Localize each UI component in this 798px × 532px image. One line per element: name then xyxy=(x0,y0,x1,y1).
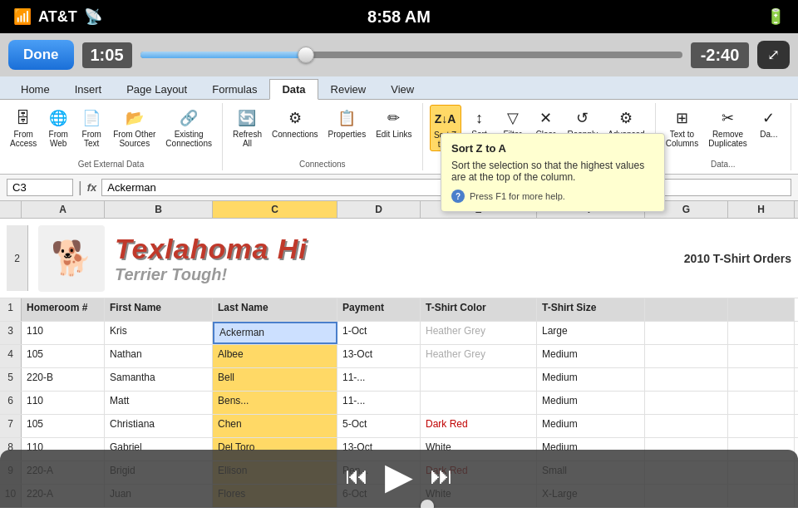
tooltip-title: Sort Z to A xyxy=(451,142,654,155)
cell-5g[interactable] xyxy=(645,368,728,391)
fullscreen-button[interactable]: ⤢ xyxy=(757,41,790,69)
row-7-num: 7 xyxy=(0,415,22,437)
cell-6f[interactable]: Medium xyxy=(537,392,645,414)
cell-6h[interactable] xyxy=(728,392,795,414)
ribbon: 🗄 FromAccess 🌐 FromWeb 📄 FromText 📂 From… xyxy=(0,100,798,175)
formula-fx-icon: fx xyxy=(87,181,97,194)
tab-formulas[interactable]: Formulas xyxy=(200,79,269,99)
cell-6e[interactable] xyxy=(421,392,537,414)
tab-review[interactable]: Review xyxy=(318,79,379,99)
header-h[interactable] xyxy=(728,298,795,321)
col-header-b[interactable]: B xyxy=(105,201,213,218)
seek-bar[interactable] xyxy=(140,52,682,58)
refresh-all-button[interactable]: 🔄 RefreshAll xyxy=(229,105,265,150)
rewind-button[interactable]: ⏮ xyxy=(345,462,368,490)
text-to-columns-button[interactable]: ⊞ Text toColumns xyxy=(663,105,702,150)
done-button[interactable]: Done xyxy=(8,40,74,70)
cell-7c[interactable]: Chen xyxy=(213,415,337,437)
clear-icon: ✕ xyxy=(534,106,558,130)
table-row: 4 105 Nathan Albee 13-Oct Heather Grey M… xyxy=(0,345,798,368)
connections-button[interactable]: ⚙ Connections xyxy=(268,105,322,150)
properties-icon: 📋 xyxy=(335,106,358,130)
from-access-button[interactable]: 🗄 FromAccess xyxy=(7,105,40,150)
existing-connections-button[interactable]: 🔗 ExistingConnections xyxy=(162,105,215,150)
cell-3e[interactable]: Heather Grey xyxy=(421,322,537,344)
cell-3f[interactable]: Large xyxy=(537,322,645,344)
cell-7h[interactable] xyxy=(728,415,795,437)
status-bar: 📶 AT&T 📡 8:58 AM 🔋 xyxy=(0,0,798,33)
cell-5e[interactable] xyxy=(421,368,537,391)
cell-4b[interactable]: Nathan xyxy=(105,345,213,367)
header-size[interactable]: T-Shirt Size xyxy=(537,298,645,321)
status-time: 8:58 AM xyxy=(367,7,431,27)
connections-label: Connections xyxy=(299,160,346,169)
cell-7b[interactable]: Christiana xyxy=(105,415,213,437)
cell-reference-input[interactable] xyxy=(7,179,73,196)
tab-page-layout[interactable]: Page Layout xyxy=(114,79,200,99)
properties-button[interactable]: 📋 Properties xyxy=(325,105,370,150)
cell-6d[interactable]: 11-... xyxy=(337,392,421,414)
cell-6a[interactable]: 110 xyxy=(22,392,105,414)
cell-3d[interactable]: 1-Oct xyxy=(337,322,421,344)
header-payment[interactable]: Payment xyxy=(337,298,421,321)
cell-7e[interactable]: Dark Red xyxy=(421,415,537,437)
cell-6b[interactable]: Matt xyxy=(105,392,213,414)
tab-home[interactable]: Home xyxy=(8,79,62,99)
cell-3h[interactable] xyxy=(728,322,795,344)
header-lastname[interactable]: Last Name xyxy=(213,298,337,321)
cell-4a[interactable]: 105 xyxy=(22,345,105,367)
from-web-button[interactable]: 🌐 FromWeb xyxy=(43,105,73,150)
sort-icon: ↕ xyxy=(468,106,491,130)
cell-5d[interactable]: 11-... xyxy=(337,368,421,391)
data-validation-button[interactable]: ✓ Da... xyxy=(754,105,784,150)
col-header-h[interactable]: H xyxy=(728,201,795,218)
from-other-button[interactable]: 📂 From OtherSources xyxy=(110,105,159,150)
cell-7a[interactable]: 105 xyxy=(22,415,105,437)
banner-text: Texlahoma Hi Terrier Tough! xyxy=(115,233,308,284)
cell-5f[interactable]: Medium xyxy=(537,368,645,391)
from-text-button[interactable]: 📄 FromText xyxy=(76,105,106,150)
fast-forward-button[interactable]: ⏭ xyxy=(430,462,453,490)
tab-view[interactable]: View xyxy=(378,79,426,99)
header-color[interactable]: T-Shirt Color xyxy=(421,298,537,321)
tab-insert[interactable]: Insert xyxy=(62,79,115,99)
cell-4h[interactable] xyxy=(728,345,795,367)
cell-4e[interactable]: Heather Grey xyxy=(421,345,537,367)
col-header-a[interactable]: A xyxy=(22,201,105,218)
cell-3g[interactable] xyxy=(645,322,728,344)
header-homeroom[interactable]: Homeroom # xyxy=(22,298,105,321)
cell-5h[interactable] xyxy=(728,368,795,391)
sort-za-tooltip: Sort Z to A Sort the selection so that t… xyxy=(441,133,665,212)
cell-5c[interactable]: Bell xyxy=(213,368,337,391)
wifi-icon: 📡 xyxy=(84,7,102,26)
cell-5a[interactable]: 220-B xyxy=(22,368,105,391)
edit-links-button[interactable]: ✏ Edit Links xyxy=(372,105,415,150)
cell-4g[interactable] xyxy=(645,345,728,367)
text-to-columns-icon: ⊞ xyxy=(670,106,693,130)
cell-4f[interactable]: Medium xyxy=(537,345,645,367)
cell-7d[interactable]: 5-Oct xyxy=(337,415,421,437)
cell-6g[interactable] xyxy=(645,392,728,414)
play-button[interactable]: ▶ xyxy=(385,455,413,497)
cell-7g[interactable] xyxy=(645,415,728,437)
media-progress-thumb[interactable] xyxy=(421,500,434,509)
cell-3a[interactable]: 110 xyxy=(22,322,105,344)
cell-5b[interactable]: Samantha xyxy=(105,368,213,391)
col-header-d[interactable]: D xyxy=(337,201,421,218)
row-4-num: 4 xyxy=(0,345,22,367)
battery-icon: 🔋 xyxy=(766,7,785,26)
cell-6c[interactable]: Bens... xyxy=(213,392,337,414)
seek-thumb[interactable] xyxy=(298,47,314,63)
header-g[interactable] xyxy=(645,298,728,321)
remove-duplicates-button[interactable]: ✂ RemoveDuplicates xyxy=(705,105,751,150)
col-header-c[interactable]: C xyxy=(213,201,337,218)
remove-duplicates-icon: ✂ xyxy=(717,106,740,130)
cell-4d[interactable]: 13-Oct xyxy=(337,345,421,367)
cell-4c[interactable]: Albee xyxy=(213,345,337,367)
row-5-num: 5 xyxy=(0,368,22,391)
cell-3b[interactable]: Kris xyxy=(105,322,213,344)
cell-3c[interactable]: Ackerman xyxy=(213,322,337,344)
tab-data[interactable]: Data xyxy=(269,79,318,100)
header-firstname[interactable]: First Name xyxy=(105,298,213,321)
cell-7f[interactable]: Medium xyxy=(537,415,645,437)
